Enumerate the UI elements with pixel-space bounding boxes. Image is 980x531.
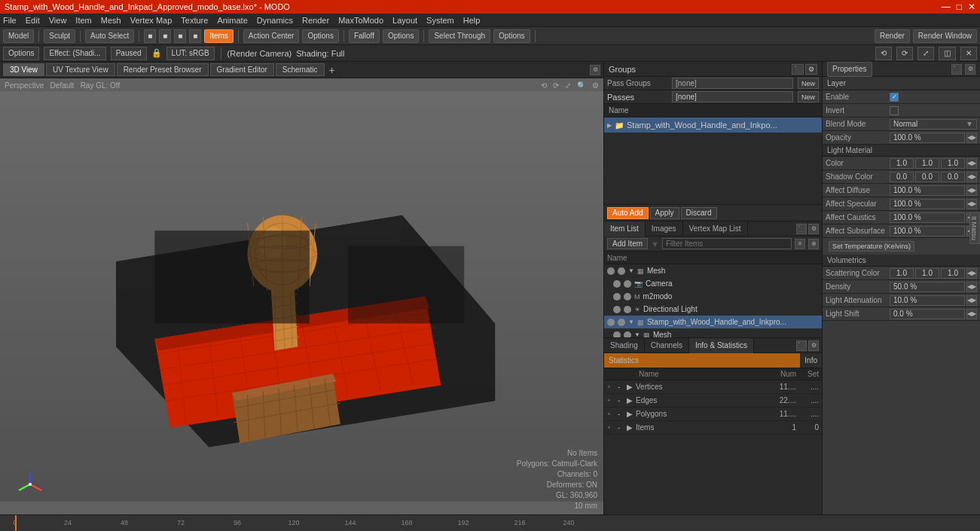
- opacity-field[interactable]: 100.0 %: [890, 133, 965, 143]
- menu-item[interactable]: Item: [75, 16, 91, 25]
- menu-dynamics[interactable]: Dynamics: [257, 16, 293, 25]
- maximize-btn[interactable]: □: [957, 2, 962, 12]
- scene-item-camera[interactable]: 📷 Camera: [604, 277, 822, 290]
- shadow-g[interactable]: 0.0: [915, 172, 939, 182]
- toolbar-icon1[interactable]: ■: [144, 29, 156, 43]
- toolbar-icon3[interactable]: ■: [174, 29, 186, 43]
- shadow-r[interactable]: 0.0: [890, 172, 914, 182]
- tab-gradient-editor[interactable]: Gradient Editor: [210, 63, 274, 76]
- affect-subsurface-field[interactable]: 100.0 %: [890, 226, 965, 237]
- tab-schematic[interactable]: Schematic: [276, 63, 325, 76]
- menu-file[interactable]: File: [3, 16, 17, 25]
- scene-item-stamp-group[interactable]: ▼ ▦ Stamp_with_Wood_Handle_and_Inkpro...: [604, 316, 822, 328]
- light-shift-adjust-btn[interactable]: ◀▶: [966, 309, 977, 319]
- diffuse-adjust-btn[interactable]: ◀▶: [966, 185, 977, 196]
- menu-animate[interactable]: Animate: [217, 16, 247, 25]
- stats-expand-vertices[interactable]: +: [607, 383, 618, 390]
- scattering-b[interactable]: 1.0: [941, 268, 965, 279]
- invert-checkbox[interactable]: [890, 106, 899, 115]
- render-btn[interactable]: Render: [875, 29, 910, 43]
- sub-icon1[interactable]: ⟲: [875, 47, 892, 60]
- menu-view[interactable]: View: [49, 16, 67, 25]
- stats-expand-polygons[interactable]: +: [607, 410, 618, 417]
- scattering-r[interactable]: 1.0: [890, 268, 914, 279]
- scene-item-m2modo[interactable]: M m2modo: [604, 290, 822, 303]
- tab-info-statistics[interactable]: Info & Statistics: [689, 338, 754, 353]
- scattering-adjust-btn[interactable]: ◀▶: [966, 268, 977, 279]
- scene-item-mesh2[interactable]: ▼ ▦ Mesh: [604, 328, 822, 337]
- tab-uv-texture[interactable]: UV Texture View: [46, 63, 115, 76]
- options3-btn[interactable]: Options: [493, 29, 530, 43]
- tab-render-preset[interactable]: Render Preset Browser: [117, 63, 209, 76]
- paused-btn[interactable]: Paused: [111, 47, 147, 60]
- close-btn[interactable]: ✕: [968, 2, 975, 12]
- blend-mode-dropdown[interactable]: Normal ▼: [890, 119, 977, 130]
- tab-channels[interactable]: Channels: [645, 338, 689, 353]
- minimize-btn[interactable]: —: [942, 2, 951, 12]
- scene-expand-btn[interactable]: ⬛: [796, 224, 807, 234]
- tab-item-list[interactable]: Item List: [604, 221, 646, 237]
- scene-item-dir-light1[interactable]: ☀ Directional Light: [604, 303, 822, 316]
- stats-expand-btn[interactable]: ⬛: [796, 340, 807, 351]
- timeline-track[interactable]: 0 24 48 72 96 120 144 168 192 216 240: [0, 515, 980, 532]
- mode-sculpt-btn[interactable]: Sculpt: [44, 29, 75, 43]
- tab-3d-view[interactable]: 3D View: [3, 63, 44, 76]
- specular-adjust-btn[interactable]: ◀▶: [966, 199, 977, 209]
- vp-ctrl5[interactable]: ⚙: [592, 81, 599, 90]
- enable-checkbox[interactable]: [890, 93, 899, 102]
- scene-settings-btn[interactable]: ⚙: [808, 224, 819, 234]
- options-btn[interactable]: Options: [3, 47, 39, 60]
- color-adjust-btn[interactable]: ◀▶: [966, 158, 977, 169]
- stats-expand-edges[interactable]: +: [607, 397, 618, 404]
- menu-maxtomodo[interactable]: MaxToModo: [338, 16, 383, 25]
- add-item-btn[interactable]: Add Item: [607, 238, 648, 249]
- light-shift-field[interactable]: 0.0 %: [890, 309, 965, 319]
- passes-new-btn[interactable]: New: [798, 91, 819, 102]
- sub-icon5[interactable]: ✕: [960, 47, 977, 60]
- options2-btn[interactable]: Options: [383, 29, 419, 43]
- groups-expand-btn[interactable]: ⬛: [792, 64, 804, 75]
- filter-items-input[interactable]: [662, 238, 792, 249]
- opacity-adjust-btn[interactable]: ◀▶: [966, 133, 977, 143]
- toolbar-icon4[interactable]: ■: [189, 29, 201, 43]
- menu-render[interactable]: Render: [302, 16, 329, 25]
- menu-vertex-map[interactable]: Vertex Map: [130, 16, 172, 25]
- scene-filter-btn1[interactable]: ≡: [795, 239, 805, 249]
- vp-settings-btn[interactable]: ⚙: [590, 65, 600, 75]
- auto-select-btn[interactable]: Auto Select: [85, 29, 134, 43]
- groups-settings-btn[interactable]: ⚙: [805, 64, 817, 75]
- set-temp-btn[interactable]: Set Temperature (Kelvins): [829, 241, 914, 252]
- action-center-btn[interactable]: Action Center: [243, 29, 300, 43]
- menu-system[interactable]: System: [426, 16, 454, 25]
- pass-groups-dropdown[interactable]: [none]: [672, 78, 793, 89]
- vp-ctrl1[interactable]: ⟲: [541, 81, 547, 90]
- affect-specular-field[interactable]: 100.0 %: [890, 199, 965, 209]
- 3d-viewport[interactable]: Perspective Default Ray GL: Off ⟲ ⟳ ⤢ 🔍 …: [0, 78, 603, 514]
- stats-settings-btn[interactable]: ⚙: [808, 340, 819, 351]
- color-g[interactable]: 1.0: [915, 158, 939, 169]
- props-settings-btn[interactable]: ⚙: [965, 64, 975, 75]
- menu-layout[interactable]: Layout: [392, 16, 417, 25]
- auto-add-btn[interactable]: Auto Add: [607, 207, 649, 219]
- vert-tab[interactable]: It Matsu: [969, 212, 980, 244]
- falloff-btn[interactable]: Falloff: [349, 29, 380, 43]
- tab-shading[interactable]: Shading: [604, 338, 645, 353]
- affect-diffuse-field[interactable]: 100.0 %: [890, 185, 965, 196]
- tab-images[interactable]: Images: [646, 221, 683, 237]
- props-expand-btn[interactable]: ⬛: [951, 64, 962, 75]
- group-item-0[interactable]: ▶ 📁 Stamp_with_Wood_Handle_and_Inkpo...: [604, 117, 822, 133]
- scattering-g[interactable]: 1.0: [915, 268, 939, 279]
- sub-icon4[interactable]: ◫: [939, 47, 956, 60]
- passes-dropdown[interactable]: [none]: [672, 91, 793, 102]
- sub-icon2[interactable]: ⟳: [896, 47, 913, 60]
- discard-btn[interactable]: Discard: [681, 207, 717, 219]
- scene-item-mesh-group[interactable]: ▼ ▦ Mesh: [604, 264, 822, 277]
- sub-icon3[interactable]: ⤢: [917, 47, 934, 60]
- render-window-btn[interactable]: Render Window: [913, 29, 977, 43]
- shadow-b[interactable]: 0.0: [941, 172, 965, 182]
- color-b[interactable]: 1.0: [941, 158, 965, 169]
- menu-help[interactable]: Help: [463, 16, 481, 25]
- stats-expand-items[interactable]: +: [607, 424, 618, 431]
- lut-dropdown[interactable]: LUT: sRGB: [166, 47, 215, 60]
- scene-filter-btn2[interactable]: ⊕: [808, 239, 819, 249]
